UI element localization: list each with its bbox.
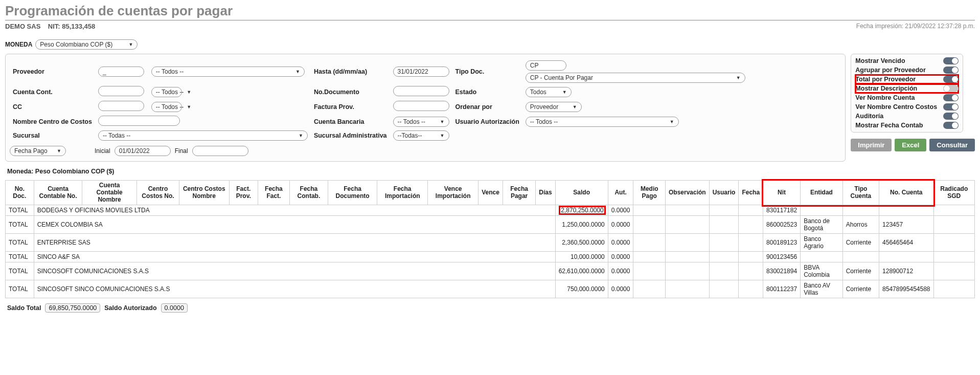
row-nit: 860002523	[763, 216, 801, 234]
factura-input[interactable]	[393, 101, 449, 111]
toggle-switch[interactable]	[943, 122, 959, 129]
cell	[933, 216, 975, 234]
column-header[interactable]: Fact. Prov.	[229, 181, 258, 205]
filters-panel: Proveedor _ -- Todos --▼ Hasta (dd/mm/aa…	[5, 54, 846, 162]
tipo-doc-select[interactable]: CP - Cuenta Por Pagar▼	[526, 73, 745, 83]
row-saldo: 2,360,500.0000	[555, 234, 608, 252]
toggle-label: Mostrar Vencido	[855, 57, 905, 64]
ordenar-select[interactable]: Proveedor▼	[526, 102, 582, 112]
cuenta-cont-select[interactable]: -- Todos --▼	[151, 87, 182, 97]
column-header[interactable]: Entidad	[801, 181, 843, 205]
column-header[interactable]: Días	[536, 181, 555, 205]
column-header[interactable]: Radicado SGD	[933, 181, 975, 205]
company-info: DEMO SAS NIT: 85,133,458	[5, 23, 95, 30]
row-tipo: Corriente	[842, 262, 879, 280]
column-header[interactable]: Fecha Contab.	[289, 181, 328, 205]
toggle-switch[interactable]	[943, 76, 959, 83]
row-saldo: 62,610,000.0000	[555, 262, 608, 280]
cc-input[interactable]	[98, 101, 144, 111]
column-header[interactable]: Cuenta Contable No.	[34, 181, 82, 205]
table-row: TOTALSINCO A&F SA10,000.00000.0000900123…	[6, 252, 975, 262]
column-header[interactable]: Tipo Cuenta	[842, 181, 879, 205]
excel-button[interactable]: Excel	[895, 139, 926, 151]
query-button[interactable]: Consultar	[929, 139, 975, 151]
proveedor-select[interactable]: -- Todos --▼	[151, 67, 305, 77]
chevron-down-icon: ▼	[57, 148, 61, 153]
row-cuenta	[879, 252, 933, 262]
chevron-down-icon: ▼	[299, 133, 303, 138]
cell	[739, 262, 763, 280]
cc-select[interactable]: -- Todos --▼	[151, 102, 182, 112]
column-header[interactable]: Usuario	[709, 181, 739, 205]
toggle-switch[interactable]	[943, 67, 959, 74]
column-header[interactable]: Medio Pago	[633, 181, 666, 205]
saldo-total-label: Saldo Total	[7, 304, 41, 312]
usuario-aut-select[interactable]: -- Todos --▼	[526, 117, 679, 127]
toggle-row: Ver Nombre Centro Costos	[855, 102, 959, 112]
cuenta-banc-label: Cuenta Bancaria	[311, 116, 390, 127]
nodoc-label: No.Documento	[311, 86, 390, 98]
print-button[interactable]: Imprimir	[851, 139, 892, 151]
suc-admin-select[interactable]: --Todas--▼	[393, 130, 449, 141]
estado-select[interactable]: Todos▼	[526, 87, 572, 97]
proveedor-code-input[interactable]: _	[98, 67, 144, 77]
column-header[interactable]: Fecha Importación	[377, 181, 428, 205]
column-header[interactable]: Fecha Documento	[328, 181, 377, 205]
table-row: TOTALSINCOSOFT SINCO COMUNICACIONES S.A.…	[6, 280, 975, 298]
tipo-doc-code-input[interactable]: CP	[526, 60, 566, 71]
cell	[666, 252, 710, 262]
row-tipo: Corriente	[842, 234, 879, 252]
fecha-inicial-input[interactable]: 01/01/2022	[115, 146, 171, 156]
row-total: TOTAL	[6, 252, 34, 262]
toggle-switch[interactable]	[943, 85, 959, 92]
column-header[interactable]: Fecha	[739, 181, 763, 205]
moneda-select[interactable]: Peso Colombiano COP ($) ▼	[35, 39, 138, 50]
column-header[interactable]: Aut.	[608, 181, 633, 205]
hasta-input[interactable]: 31/01/2022	[393, 67, 449, 77]
column-header[interactable]: Observación	[666, 181, 710, 205]
column-header[interactable]: No. Doc.	[6, 181, 34, 205]
company-name: DEMO SAS	[5, 23, 40, 30]
nombre-cc-input[interactable]	[98, 116, 180, 126]
nodoc-input[interactable]	[393, 86, 449, 96]
report-table: No. Doc.Cuenta Contable No.Cuenta Contab…	[5, 180, 975, 298]
fecha-tipo-select[interactable]: Fecha Pago▼	[10, 146, 66, 156]
column-header[interactable]: Nit	[763, 181, 801, 205]
cell	[933, 234, 975, 252]
cell	[633, 234, 666, 252]
row-nit: 830117182	[763, 205, 801, 216]
toggle-switch[interactable]	[943, 113, 959, 120]
column-header[interactable]: Vence	[478, 181, 503, 205]
sucursal-select[interactable]: -- Todas --▼	[98, 130, 308, 141]
column-header[interactable]: Vence Importación	[428, 181, 478, 205]
chevron-down-icon: ▼	[440, 133, 445, 138]
toggle-switch[interactable]	[943, 57, 959, 64]
cuenta-banc-select[interactable]: -- Todos --▼	[393, 117, 449, 127]
column-header[interactable]: Fecha Fact.	[258, 181, 289, 205]
column-header[interactable]: Fecha Pagar	[503, 181, 535, 205]
row-entidad	[801, 252, 843, 262]
moneda-label: MONEDA	[5, 41, 32, 48]
toggles-panel: Mostrar VencidoAgrupar por ProveedorTota…	[851, 54, 963, 133]
column-header[interactable]: Saldo	[555, 181, 608, 205]
toggle-row: Mostrar Vencido	[855, 56, 959, 65]
fecha-final-input[interactable]	[192, 146, 248, 156]
cuenta-cont-input[interactable]	[98, 86, 144, 96]
toggle-switch[interactable]	[943, 94, 959, 101]
row-cuenta: 128900712	[879, 262, 933, 280]
chevron-down-icon: ▼	[295, 69, 300, 74]
row-total: TOTAL	[6, 234, 34, 252]
row-nit: 800112237	[763, 280, 801, 298]
cell	[933, 280, 975, 298]
row-entidad: Banco Agrario	[801, 234, 843, 252]
column-header[interactable]: Centro Costos No.	[136, 181, 179, 205]
toggle-label: Mostrar Descripción	[855, 85, 917, 92]
chevron-down-icon: ▼	[128, 42, 133, 47]
toggle-row: Mostrar Fecha Contab	[855, 121, 959, 130]
column-header[interactable]: Cuenta Contable Nombre	[82, 181, 137, 205]
column-header[interactable]: No. Cuenta	[879, 181, 933, 205]
cell	[933, 205, 975, 216]
toggle-switch[interactable]	[943, 103, 959, 111]
table-row: TOTALENTERPRISE SAS2,360,500.00000.00008…	[6, 234, 975, 252]
column-header[interactable]: Centro Costos Nombre	[179, 181, 230, 205]
